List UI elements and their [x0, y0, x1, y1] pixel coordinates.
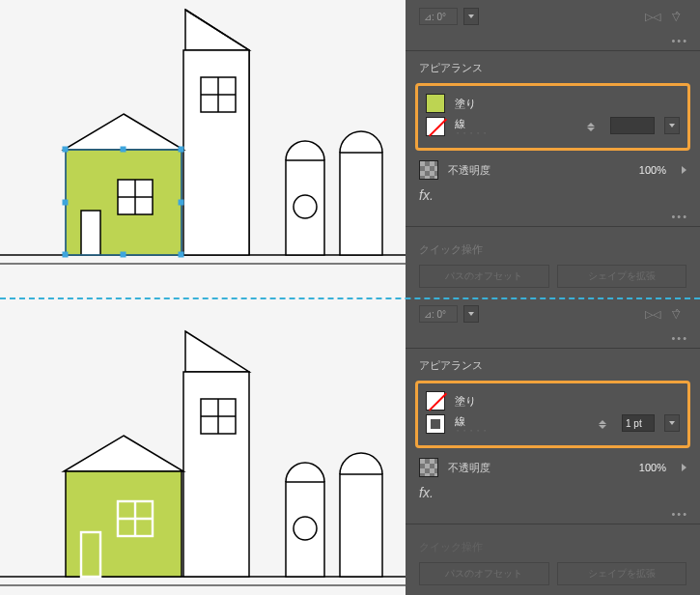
panel-menu-icon[interactable]: •••	[671, 211, 688, 222]
appearance-header: アピアランス	[406, 51, 700, 81]
fx-button[interactable]: fx.	[406, 481, 700, 506]
canvas-area-top[interactable]	[0, 0, 406, 298]
expand-shape-button[interactable]: シェイプを拡張	[557, 562, 687, 585]
stroke-width-input[interactable]	[610, 117, 655, 134]
svg-rect-12	[81, 211, 100, 255]
fill-swatch[interactable]	[426, 94, 445, 113]
stroke-width-stepper[interactable]	[599, 414, 612, 434]
chevron-right-icon[interactable]	[682, 166, 686, 174]
stroke-underline-icon: ・・・・・	[455, 129, 489, 138]
properties-panel-top: ⊿: 0° ▷◁ ▽̂ ••• アピアランス 塗り	[406, 0, 700, 298]
artwork-top	[0, 0, 406, 298]
chevron-right-icon[interactable]	[682, 464, 686, 471]
opacity-label: 不透明度	[448, 163, 490, 178]
appearance-highlight-bottom: 塗り 線 ・・・・・ 1 pt	[415, 381, 690, 448]
svg-marker-10	[64, 114, 183, 150]
offset-path-button[interactable]: パスのオフセット	[419, 265, 549, 288]
svg-marker-3	[122, 10, 185, 50]
rotate-angle-input[interactable]: ⊿: 0°	[419, 305, 458, 323]
svg-rect-43	[340, 474, 382, 577]
stroke-swatch[interactable]	[426, 117, 445, 136]
properties-panel-bottom: ⊿: 0° ▷◁ ▽̂ ••• アピアランス 塗り	[406, 298, 700, 595]
stroke-width-stepper[interactable]	[587, 117, 601, 136]
fill-swatch[interactable]	[426, 391, 445, 411]
stroke-swatch[interactable]	[426, 414, 445, 434]
opacity-value[interactable]: 100%	[639, 164, 666, 176]
flip-horizontal-icon[interactable]: ▷◁	[642, 6, 663, 27]
opacity-swatch-icon[interactable]	[419, 458, 438, 477]
stroke-width-input[interactable]: 1 pt	[622, 414, 655, 432]
rotate-angle-dropdown[interactable]	[463, 305, 479, 323]
svg-rect-31	[183, 372, 249, 577]
panel-menu-icon[interactable]: •••	[671, 35, 688, 46]
separator-line	[0, 298, 700, 299]
flip-vertical-icon[interactable]: ▽̂	[665, 6, 686, 27]
stroke-width-dropdown[interactable]	[664, 117, 680, 134]
fill-label: 塗り	[455, 97, 476, 111]
rotate-angle-dropdown[interactable]	[463, 8, 479, 25]
svg-marker-30	[185, 331, 249, 372]
svg-marker-35	[64, 436, 183, 471]
appearance-header: アピアランス	[406, 349, 700, 379]
svg-rect-18	[340, 153, 382, 255]
opacity-value[interactable]: 100%	[639, 462, 666, 473]
flip-horizontal-icon[interactable]: ▷◁	[642, 303, 663, 325]
expand-shape-button[interactable]: シェイプを拡張	[557, 265, 687, 288]
panel-menu-icon[interactable]: •••	[671, 508, 688, 520]
fill-label: 塗り	[455, 394, 476, 409]
artwork-bottom	[0, 298, 406, 595]
fx-button[interactable]: fx.	[406, 184, 700, 209]
panel-menu-icon[interactable]: •••	[671, 332, 688, 344]
quick-actions-header: クイック操作	[406, 524, 700, 562]
quick-actions-header: クイック操作	[406, 227, 700, 265]
opacity-label: 不透明度	[448, 461, 490, 475]
offset-path-button[interactable]: パスのオフセット	[419, 562, 549, 585]
appearance-highlight-top: 塗り 線 ・・・・・	[415, 83, 690, 151]
flip-vertical-icon[interactable]: ▽̂	[665, 303, 686, 325]
svg-rect-16	[286, 160, 324, 255]
canvas-area-bottom[interactable]	[0, 298, 406, 595]
svg-rect-41	[286, 482, 324, 577]
opacity-swatch-icon[interactable]	[419, 160, 438, 180]
svg-rect-6	[183, 50, 249, 255]
svg-rect-37	[81, 532, 100, 577]
stroke-underline-icon: ・・・・・	[455, 427, 489, 436]
stroke-width-dropdown[interactable]	[664, 414, 680, 432]
rotate-angle-input[interactable]: ⊿: 0°	[419, 8, 458, 25]
